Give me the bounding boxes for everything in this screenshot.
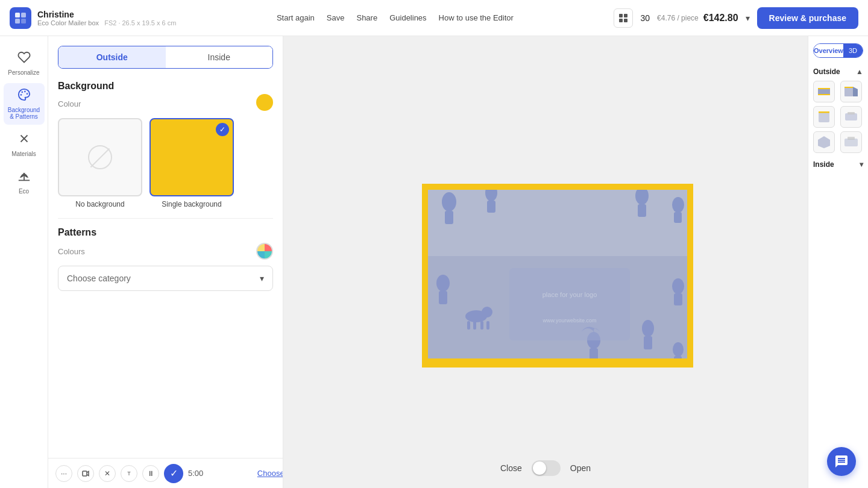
materials-label: Materials: [11, 151, 36, 157]
view-thumb-2[interactable]: [840, 81, 862, 102]
colours-picker[interactable]: [256, 243, 273, 260]
svg-rect-34: [467, 321, 470, 330]
nav-start-again[interactable]: Start again: [277, 13, 315, 22]
svg-point-10: [22, 92, 22, 92]
editor-icon-button[interactable]: [614, 8, 633, 28]
view-thumb-1[interactable]: [813, 81, 835, 102]
outside-view-label: Outside ▲: [813, 67, 863, 76]
svg-point-11: [20, 95, 21, 95]
inside-collapse-icon[interactable]: ▾: [860, 160, 863, 169]
svg-rect-61: [819, 111, 829, 113]
patterns-title: Patterns: [58, 227, 273, 238]
open-close-toggle[interactable]: [532, 460, 561, 476]
svg-rect-29: [674, 212, 682, 223]
chat-button[interactable]: [827, 447, 856, 476]
svg-rect-50: [425, 358, 690, 368]
svg-rect-1: [21, 13, 26, 17]
single-background-option[interactable]: ✓ Single background: [149, 118, 234, 208]
tab-inside[interactable]: Inside: [166, 46, 273, 68]
no-background-option[interactable]: No background: [58, 118, 142, 208]
price-per-piece: €4.76 / piece: [657, 14, 699, 22]
tab-group: Outside Inside: [58, 46, 273, 69]
svg-rect-27: [638, 204, 646, 217]
svg-rect-60: [819, 111, 829, 122]
close-label: Close: [500, 463, 522, 473]
svg-rect-6: [619, 19, 623, 22]
svg-rect-52: [687, 184, 693, 368]
svg-point-22: [442, 192, 456, 211]
task-pause-button[interactable]: ⏸: [142, 465, 159, 482]
view-toggle: Overview 3D: [813, 43, 863, 58]
price-dropdown-arrow[interactable]: ▾: [746, 13, 750, 23]
overview-toggle-btn[interactable]: Overview: [814, 44, 843, 57]
svg-rect-66: [848, 137, 855, 140]
svg-text:www.yourwebsite.com: www.yourwebsite.com: [542, 318, 596, 324]
quantity-display: 30: [640, 13, 650, 23]
svg-rect-57: [844, 87, 853, 96]
svg-point-30: [436, 275, 450, 292]
task-check-button[interactable]: ✓: [164, 464, 183, 483]
outside-thumbnails: [813, 81, 863, 153]
category-dropdown[interactable]: Choose category ▾: [58, 266, 273, 291]
tab-outside[interactable]: Outside: [58, 46, 166, 68]
3d-toggle-btn[interactable]: 3D: [843, 44, 863, 57]
svg-rect-4: [619, 14, 623, 17]
svg-rect-47: [509, 268, 630, 340]
svg-point-38: [672, 278, 684, 294]
left-sidebar: Personalize Background & Patterns: [0, 36, 48, 488]
svg-point-40: [642, 320, 654, 337]
view-thumb-4[interactable]: [840, 106, 862, 128]
task-video-button[interactable]: [77, 465, 94, 482]
sidebar-item-personalize[interactable]: Personalize: [4, 46, 45, 81]
selected-check: ✓: [216, 123, 229, 136]
sidebar-item-materials[interactable]: Materials: [4, 127, 45, 162]
background-label: Background & Patterns: [7, 107, 41, 120]
outside-collapse-icon[interactable]: ▲: [856, 67, 863, 76]
review-purchase-button[interactable]: Review & purchase: [757, 7, 858, 29]
svg-rect-39: [674, 293, 682, 305]
svg-point-42: [673, 342, 684, 357]
brand-info: Christine Eco Color Mailer box FS2 · 26.…: [37, 10, 176, 27]
background-options: No background ✓ Single background: [58, 118, 273, 208]
close-open-controls: Close Open: [500, 460, 591, 476]
task-x-button[interactable]: ✕: [99, 465, 116, 482]
materials-icon: [17, 132, 31, 148]
color-picker-dot[interactable]: [256, 94, 273, 111]
view-thumb-5[interactable]: [813, 131, 835, 153]
nav-save[interactable]: Save: [327, 13, 345, 22]
svg-rect-3: [21, 19, 26, 23]
no-bg-swatch[interactable]: [58, 118, 142, 196]
eco-icon: [17, 169, 31, 186]
svg-rect-59: [844, 87, 853, 88]
svg-rect-53: [425, 184, 690, 190]
sidebar-item-eco[interactable]: Eco: [4, 164, 45, 199]
top-nav: Start again Save Share Guidelines How to…: [186, 13, 604, 22]
svg-point-9: [27, 93, 27, 94]
svg-marker-15: [425, 184, 690, 256]
task-more-button[interactable]: ···: [55, 465, 72, 482]
svg-text:place for your logo: place for your logo: [542, 291, 597, 298]
svg-point-8: [24, 92, 25, 92]
paint-icon: [17, 88, 31, 104]
nav-how-to[interactable]: How to use the Editor: [439, 13, 514, 22]
task-text-button[interactable]: T: [121, 465, 137, 482]
colour-label: Colour: [58, 99, 81, 108]
svg-rect-2: [15, 19, 20, 23]
box-3d-svg: place for your logo www.yourwebsite.com: [389, 136, 702, 389]
nav-share[interactable]: Share: [356, 13, 377, 22]
view-thumb-3[interactable]: [813, 106, 835, 128]
nav-guidelines[interactable]: Guidelines: [389, 13, 426, 22]
single-bg-swatch[interactable]: ✓: [149, 118, 234, 196]
view-thumb-6[interactable]: [840, 131, 862, 153]
toggle-knob: [533, 461, 546, 475]
sidebar-item-background[interactable]: Background & Patterns: [4, 83, 45, 125]
price-area: €4.76 / piece €142.80: [657, 13, 738, 23]
svg-rect-63: [848, 112, 855, 114]
colours-label: Colours: [58, 247, 85, 256]
svg-rect-35: [473, 321, 476, 330]
choose-category-link[interactable]: Choose Category: [257, 469, 283, 478]
svg-rect-37: [486, 321, 489, 330]
svg-rect-51: [422, 184, 428, 368]
user-name: Christine: [37, 10, 176, 19]
inside-view-label: Inside ▾: [813, 160, 863, 169]
